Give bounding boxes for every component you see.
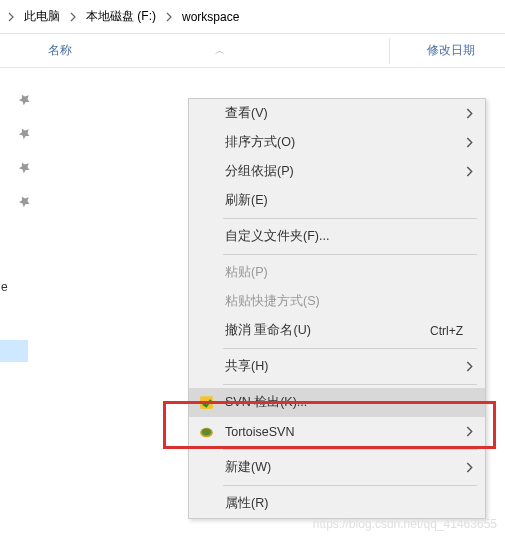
menu-label: 查看(V) — [225, 105, 459, 122]
menu-separator — [223, 384, 477, 385]
menu-separator — [223, 254, 477, 255]
breadcrumb-item-drive[interactable]: 本地磁盘 (F:) — [80, 6, 162, 27]
menu-new[interactable]: 新建(W) — [189, 453, 485, 482]
menu-paste: 粘贴(P) — [189, 258, 485, 287]
menu-label: 撤消 重命名(U) — [225, 322, 430, 339]
svn-checkout-icon — [197, 394, 215, 412]
menu-separator — [223, 218, 477, 219]
menu-label: SVN 检出(K)... — [225, 394, 473, 411]
breadcrumb-item-pc[interactable]: 此电脑 — [18, 6, 66, 27]
pin-icon — [15, 191, 35, 211]
chevron-right-icon — [459, 108, 473, 119]
partial-text: e — [1, 280, 8, 294]
menu-sort[interactable]: 排序方式(O) — [189, 128, 485, 157]
menu-group[interactable]: 分组依据(P) — [189, 157, 485, 186]
column-headers: 名称 ︿ 修改日期 — [0, 34, 505, 68]
menu-share[interactable]: 共享(H) — [189, 352, 485, 381]
menu-properties[interactable]: 属性(R) — [189, 489, 485, 518]
chevron-right-icon — [459, 426, 473, 437]
menu-label: TortoiseSVN — [225, 425, 459, 439]
watermark: https://blog.csdn.net/qq_41463655 — [313, 517, 497, 531]
menu-svn-checkout[interactable]: SVN 检出(K)... — [189, 388, 485, 417]
menu-view[interactable]: 查看(V) — [189, 99, 485, 128]
quick-access-pins — [18, 92, 32, 208]
menu-separator — [223, 449, 477, 450]
menu-label: 自定义文件夹(F)... — [225, 228, 473, 245]
menu-separator — [223, 348, 477, 349]
chevron-right-icon[interactable] — [162, 10, 176, 24]
breadcrumb: 此电脑 本地磁盘 (F:) workspace — [0, 0, 505, 34]
chevron-right-icon[interactable] — [66, 10, 80, 24]
menu-undo[interactable]: 撤消 重命名(U) Ctrl+Z — [189, 316, 485, 345]
tortoise-icon — [197, 423, 215, 441]
menu-label: 粘贴(P) — [225, 264, 473, 281]
chevron-right-icon — [459, 462, 473, 473]
breadcrumb-item-folder[interactable]: workspace — [176, 8, 245, 26]
sort-indicator-icon: ︿ — [215, 44, 225, 58]
menu-separator — [223, 485, 477, 486]
menu-label: 分组依据(P) — [225, 163, 459, 180]
column-divider[interactable] — [389, 38, 390, 64]
chevron-right-icon — [459, 166, 473, 177]
selected-row[interactable] — [0, 340, 28, 362]
menu-customize[interactable]: 自定义文件夹(F)... — [189, 222, 485, 251]
svg-point-2 — [201, 429, 211, 436]
chevron-right-icon — [459, 137, 473, 148]
pin-icon — [15, 157, 35, 177]
menu-tortoise-svn[interactable]: TortoiseSVN — [189, 417, 485, 446]
menu-label: 排序方式(O) — [225, 134, 459, 151]
menu-paste-shortcut: 粘贴快捷方式(S) — [189, 287, 485, 316]
column-date[interactable]: 修改日期 — [427, 42, 475, 59]
menu-refresh[interactable]: 刷新(E) — [189, 186, 485, 215]
menu-label: 刷新(E) — [225, 192, 473, 209]
menu-label: 属性(R) — [225, 495, 473, 512]
menu-label: 共享(H) — [225, 358, 459, 375]
menu-label: 新建(W) — [225, 459, 459, 476]
chevron-right-icon[interactable] — [4, 10, 18, 24]
chevron-right-icon — [459, 361, 473, 372]
pin-icon — [15, 123, 35, 143]
menu-shortcut: Ctrl+Z — [430, 324, 463, 338]
menu-label: 粘贴快捷方式(S) — [225, 293, 473, 310]
context-menu: 查看(V) 排序方式(O) 分组依据(P) 刷新(E) 自定义文件夹(F)...… — [188, 98, 486, 519]
column-name[interactable]: 名称 — [48, 42, 72, 59]
pin-icon — [15, 89, 35, 109]
